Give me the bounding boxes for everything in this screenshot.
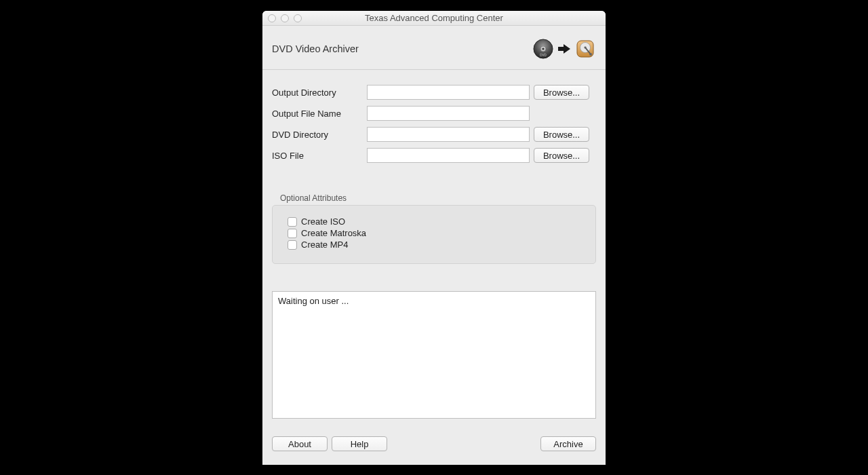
checkbox-create-mp4[interactable] (288, 240, 297, 250)
archive-button[interactable]: Archive (540, 436, 596, 451)
hard-drive-icon (574, 38, 596, 60)
footer-left: About Help (272, 436, 387, 451)
label-output-directory: Output Directory (272, 88, 367, 98)
optional-legend: Optional Attributes (280, 193, 596, 203)
label-create-matroska: Create Matroska (301, 228, 366, 238)
dvd-icon: DVD (532, 38, 554, 60)
input-output-directory[interactable] (367, 85, 530, 100)
browse-iso-file-button[interactable]: Browse... (534, 148, 589, 163)
close-dot[interactable] (268, 14, 276, 22)
row-iso-file: ISO File Browse... (272, 148, 596, 163)
check-row-create-iso: Create ISO (288, 216, 580, 227)
browse-dvd-directory-button[interactable]: Browse... (534, 127, 589, 142)
browse-output-directory-button[interactable]: Browse... (534, 85, 589, 100)
label-dvd-directory: DVD Directory (272, 130, 367, 140)
header-icons: DVD (532, 38, 596, 60)
svg-point-2 (542, 48, 544, 50)
svg-point-7 (589, 53, 592, 56)
checkbox-create-iso[interactable] (288, 217, 297, 227)
log-textarea[interactable]: Waiting on user ... (272, 291, 596, 419)
check-row-create-mp4: Create MP4 (288, 240, 580, 250)
row-output-directory: Output Directory Browse... (272, 85, 596, 100)
zoom-dot[interactable] (294, 14, 302, 22)
label-iso-file: ISO File (272, 151, 367, 161)
help-button[interactable]: Help (332, 436, 387, 451)
form-area: Output Directory Browse... Output File N… (262, 70, 606, 174)
label-create-mp4: Create MP4 (301, 240, 348, 250)
input-dvd-directory[interactable] (367, 127, 530, 142)
optional-attributes-section: Optional Attributes Create ISO Create Ma… (272, 193, 596, 264)
titlebar: Texas Advanced Computing Center (262, 11, 606, 26)
traffic-lights (268, 14, 302, 22)
row-dvd-directory: DVD Directory Browse... (272, 127, 596, 142)
about-button[interactable]: About (272, 436, 328, 451)
label-output-file-name: Output File Name (272, 109, 367, 119)
footer: About Help Archive (262, 428, 606, 465)
checkbox-create-matroska[interactable] (288, 229, 297, 238)
window-title: Texas Advanced Computing Center (262, 13, 606, 23)
check-row-create-matroska: Create Matroska (288, 228, 580, 238)
minimize-dot[interactable] (281, 14, 289, 22)
app-window: Texas Advanced Computing Center DVD Vide… (262, 11, 606, 465)
input-output-file-name[interactable] (367, 106, 530, 121)
input-iso-file[interactable] (367, 148, 530, 163)
arrow-right-icon (557, 42, 572, 56)
svg-text:DVD: DVD (540, 54, 547, 57)
label-create-iso: Create ISO (301, 216, 345, 227)
app-title: DVD Video Archiver (272, 43, 359, 54)
optional-fieldset: Create ISO Create Matroska Create MP4 (272, 205, 596, 264)
row-output-file-name: Output File Name (272, 106, 596, 121)
header: DVD Video Archiver DVD (262, 26, 606, 70)
